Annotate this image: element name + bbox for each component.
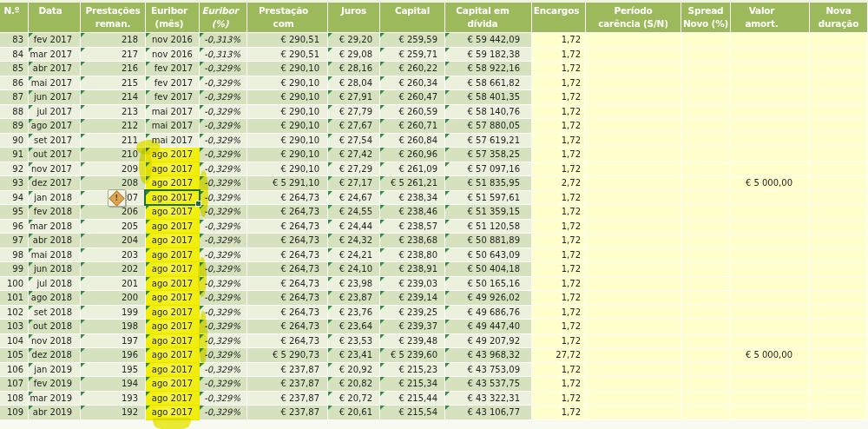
cell-prest_encargos-104[interactable]: € 264,73 [247, 334, 328, 349]
cell-n-103[interactable]: 103 [0, 320, 29, 334]
cell-n-108[interactable]: 108 [0, 392, 29, 406]
cell-encargos-106[interactable]: 1,72 [532, 363, 586, 378]
cell-euribor_mes-100[interactable]: ago 2017 [146, 277, 200, 292]
cell-n-84[interactable]: 84 [0, 48, 29, 63]
cell-n-90[interactable]: 90 [0, 134, 29, 148]
cell-periodo_carencia-86[interactable] [586, 76, 681, 91]
cell-juros-109[interactable]: € 20,61 [328, 406, 380, 420]
cell-capital-97[interactable]: € 238,68 [380, 234, 445, 248]
cell-data-104[interactable]: nov 2018 [29, 334, 81, 349]
cell-data-106[interactable]: jan 2019 [29, 363, 81, 378]
cell-euribor_pct-101[interactable]: -0,329% [200, 291, 247, 306]
cell-prest_reman-104[interactable]: 197 [81, 334, 146, 349]
cell-valor_amort-99[interactable] [731, 262, 810, 277]
cell-euribor_pct-87[interactable]: -0,329% [200, 90, 247, 105]
cell-euribor_mes-87[interactable]: fev 2017 [146, 90, 200, 105]
cell-euribor_mes-90[interactable]: mai 2017 [146, 134, 200, 148]
cell-spread_novo-83[interactable] [681, 33, 731, 48]
cell-encargos-95[interactable]: 1,72 [532, 205, 586, 220]
cell-juros-85[interactable]: € 28,16 [328, 62, 380, 76]
cell-capital_divida-103[interactable]: € 49 447,40 [445, 320, 532, 334]
cell-capital_divida-91[interactable]: € 57 358,25 [445, 148, 532, 162]
cell-juros-91[interactable]: € 27,42 [328, 148, 380, 162]
cell-spread_novo-100[interactable] [681, 277, 731, 292]
cell-data-99[interactable]: jun 2018 [29, 262, 81, 277]
column-header-juros[interactable]: Juros [328, 3, 380, 33]
cell-nova_duracao-97[interactable] [810, 234, 868, 248]
cell-data-83[interactable]: fev 2017 [29, 33, 81, 48]
cell-capital-88[interactable]: € 260,59 [380, 105, 445, 120]
cell-capital_divida-95[interactable]: € 51 359,15 [445, 205, 532, 220]
cell-euribor_mes-102[interactable]: ago 2017 [146, 306, 200, 320]
cell-encargos-84[interactable]: 1,72 [532, 48, 586, 63]
cell-prest_encargos-91[interactable]: € 290,10 [247, 148, 328, 162]
cell-euribor_pct-93[interactable]: -0,329% [200, 176, 247, 191]
cell-prest_encargos-108[interactable]: € 237,87 [247, 392, 328, 406]
cell-capital_divida-106[interactable]: € 43 753,09 [445, 363, 532, 378]
cell-valor_amort-85[interactable] [731, 62, 810, 76]
cell-capital-87[interactable]: € 260,47 [380, 90, 445, 105]
cell-capital_divida-90[interactable]: € 57 619,21 [445, 134, 532, 148]
cell-n-91[interactable]: 91 [0, 148, 29, 162]
cell-capital_divida-88[interactable]: € 58 140,76 [445, 105, 532, 120]
cell-spread_novo-109[interactable] [681, 406, 731, 420]
cell-juros-105[interactable]: € 23,41 [328, 348, 380, 363]
cell-spread_novo-101[interactable] [681, 291, 731, 306]
cell-nova_duracao-94[interactable] [810, 191, 868, 206]
cell-euribor_pct-89[interactable]: -0,329% [200, 119, 247, 134]
cell-euribor_pct-99[interactable]: -0,329% [200, 262, 247, 277]
cell-nova_duracao-93[interactable] [810, 176, 868, 191]
cell-data-108[interactable]: mar 2019 [29, 392, 81, 406]
column-header-n[interactable]: N.º [0, 3, 29, 33]
cell-periodo_carencia-106[interactable] [586, 363, 681, 378]
cell-valor_amort-103[interactable] [731, 320, 810, 334]
cell-capital-91[interactable]: € 260,96 [380, 148, 445, 162]
cell-euribor_mes-93[interactable]: ago 2017 [146, 176, 200, 191]
cell-periodo_carencia-84[interactable] [586, 48, 681, 63]
column-header-nova_duracao[interactable]: Nova duração (meses) [810, 3, 868, 33]
cell-prest_encargos-105[interactable]: € 5 290,73 [247, 348, 328, 363]
cell-nova_duracao-100[interactable] [810, 277, 868, 292]
cell-spread_novo-93[interactable] [681, 176, 731, 191]
cell-euribor_mes-109[interactable]: ago 2017 [146, 406, 200, 420]
error-warning-icon[interactable]: ! [108, 189, 126, 207]
cell-capital_divida-89[interactable]: € 57 880,05 [445, 119, 532, 134]
cell-juros-92[interactable]: € 27,29 [328, 162, 380, 177]
cell-euribor_pct-88[interactable]: -0,329% [200, 105, 247, 120]
cell-valor_amort-86[interactable] [731, 76, 810, 91]
cell-n-85[interactable]: 85 [0, 62, 29, 76]
cell-prest_reman-108[interactable]: 193 [81, 392, 146, 406]
cell-spread_novo-108[interactable] [681, 392, 731, 406]
cell-periodo_carencia-109[interactable] [586, 406, 681, 420]
cell-prest_encargos-106[interactable]: € 237,87 [247, 363, 328, 378]
cell-periodo_carencia-102[interactable] [586, 306, 681, 320]
cell-euribor_mes-89[interactable]: mai 2017 [146, 119, 200, 134]
cell-capital_divida-94[interactable]: € 51 597,61 [445, 191, 532, 206]
cell-n-105[interactable]: 105 [0, 348, 29, 363]
cell-juros-83[interactable]: € 29,20 [328, 33, 380, 48]
cell-data-87[interactable]: jun 2017 [29, 90, 81, 105]
cell-data-86[interactable]: mai 2017 [29, 76, 81, 91]
cell-periodo_carencia-101[interactable] [586, 291, 681, 306]
cell-juros-94[interactable]: € 24,67 [328, 191, 380, 206]
cell-prest_reman-95[interactable]: 206 [81, 205, 146, 220]
cell-n-93[interactable]: 93 [0, 176, 29, 191]
cell-spread_novo-85[interactable] [681, 62, 731, 76]
cell-data-92[interactable]: nov 2017 [29, 162, 81, 177]
cell-prest_reman-84[interactable]: 217 [81, 48, 146, 63]
cell-prest_encargos-97[interactable]: € 264,73 [247, 234, 328, 248]
cell-prest_encargos-98[interactable]: € 264,73 [247, 248, 328, 263]
cell-euribor_mes-92[interactable]: ago 2017 [146, 162, 200, 177]
cell-euribor_pct-83[interactable]: -0,313% [200, 33, 247, 48]
cell-spread_novo-106[interactable] [681, 363, 731, 378]
cell-nova_duracao-108[interactable] [810, 392, 868, 406]
cell-valor_amort-105[interactable]: € 5 000,00 [731, 348, 810, 363]
cell-capital_divida-108[interactable]: € 43 322,31 [445, 392, 532, 406]
cell-spread_novo-97[interactable] [681, 234, 731, 248]
cell-n-104[interactable]: 104 [0, 334, 29, 349]
cell-encargos-105[interactable]: 27,72 [532, 348, 586, 363]
cell-euribor_mes-98[interactable]: ago 2017 [146, 248, 200, 263]
cell-nova_duracao-83[interactable] [810, 33, 868, 48]
cell-prest_encargos-93[interactable]: € 5 291,10 [247, 176, 328, 191]
cell-nova_duracao-102[interactable] [810, 306, 868, 320]
